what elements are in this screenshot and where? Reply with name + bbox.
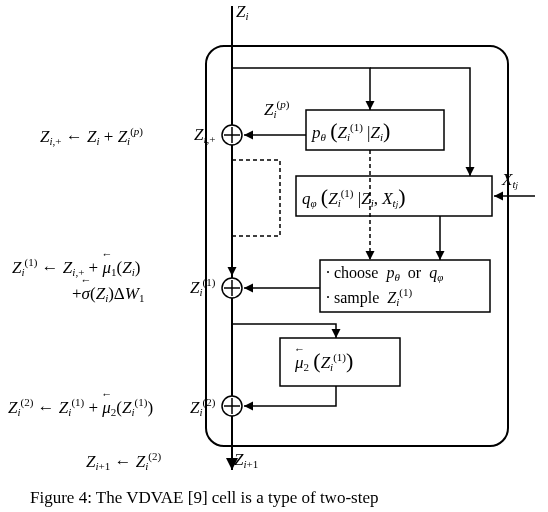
equation-step-2a: Zi(1) ← Zi,+ + ←μ1(Zi) — [12, 256, 140, 278]
block-choose: · choose pθ or qφ — [326, 264, 443, 283]
axis-label-Z-i: Zi — [236, 2, 249, 22]
equation-step-out: Zi+1 ← Zi(2) — [86, 450, 161, 472]
equation-step-2b: +←σ(Zi)ΔW1 — [72, 284, 144, 304]
block-mu2: ← μ 2 (Zi(1)) — [295, 348, 353, 374]
block-sample: · sample Zi(1) — [326, 286, 412, 308]
block-p-theta: pθ (Zi(1) |Zi) — [312, 118, 390, 144]
block-q-phi: qφ (Zi(1) |Zi, Xtj) — [302, 184, 406, 210]
label-X-tj: Xtj — [502, 170, 518, 190]
axis-label-Z-next: Zi+1 — [234, 450, 258, 470]
axis-label-Z-i2: Zi(2) — [190, 396, 215, 418]
equation-step-1: Zi,+ ← Zi + Zi(p) — [40, 125, 143, 147]
equation-step-3: Zi(2) ← Zi(1) + ←μ2(Zi(1)) — [8, 396, 153, 418]
axis-label-Z-i1: Zi(1) — [190, 276, 215, 298]
figure-caption: Figure 4: The VDVAE [9] cell is a type o… — [30, 488, 378, 508]
label-Z-ip: Zi(p) — [264, 98, 289, 120]
axis-label-Z-iplus: Zi,+ — [194, 125, 216, 145]
